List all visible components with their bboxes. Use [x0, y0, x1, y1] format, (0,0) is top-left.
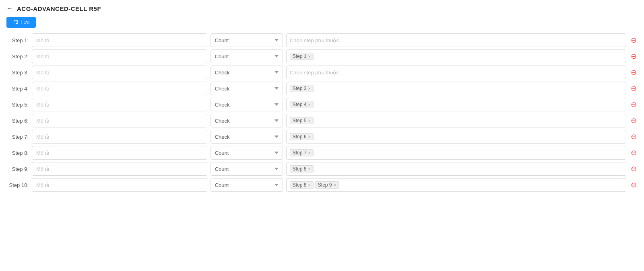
save-button[interactable]: 🖫 Lưu — [6, 17, 36, 28]
remove-dep-icon[interactable]: × — [334, 183, 336, 187]
step-type-select-2[interactable]: CountCheck — [211, 49, 283, 63]
step-row: Step 3:CountCheckChọn step phụ thuộc⊖ — [6, 66, 638, 79]
dep-tag: Step 4 × — [290, 101, 314, 108]
step-desc-input-10[interactable] — [32, 178, 207, 192]
dep-tag: Step 7 × — [290, 149, 314, 156]
remove-step-button-2[interactable]: ⊖ — [630, 52, 638, 60]
remove-dep-icon[interactable]: × — [308, 86, 310, 91]
step-type-select-4[interactable]: CountCheck — [211, 82, 283, 95]
step-dep-field-5[interactable]: Step 4 × — [286, 98, 626, 111]
step-label-8: Step 8: — [6, 150, 29, 156]
step-dep-field-9[interactable]: Step 8 × — [286, 162, 626, 176]
remove-step-button-9[interactable]: ⊖ — [630, 165, 638, 173]
step-label-9: Step 9: — [6, 166, 29, 172]
dep-placeholder: Chọn step phụ thuộc — [290, 37, 339, 43]
step-label-2: Step 2: — [6, 53, 29, 60]
remove-step-button-1[interactable]: ⊖ — [630, 36, 638, 44]
step-dep-field-1[interactable]: Chọn step phụ thuộc — [286, 33, 626, 47]
step-desc-input-3[interactable] — [32, 66, 207, 79]
step-label-6: Step 6: — [6, 118, 29, 124]
remove-dep-icon[interactable]: × — [308, 183, 310, 187]
remove-step-button-7[interactable]: ⊖ — [630, 133, 638, 141]
save-label: Lưu — [21, 19, 29, 25]
remove-dep-icon[interactable]: × — [308, 166, 310, 171]
dep-tag: Step 3 × — [290, 85, 314, 92]
step-row: Step 5:CountCheckStep 4 ×⊖ — [6, 98, 638, 111]
step-dep-field-6[interactable]: Step 5 × — [286, 114, 626, 127]
toolbar: 🖫 Lưu — [0, 14, 644, 32]
dep-tag: Step 6 × — [290, 133, 314, 140]
back-button[interactable]: ← — [6, 5, 13, 12]
remove-dep-icon[interactable]: × — [308, 150, 310, 155]
step-dep-field-7[interactable]: Step 6 × — [286, 130, 626, 144]
dep-tag: Step 9 × — [315, 181, 339, 189]
step-type-select-10[interactable]: CountCheck — [211, 178, 283, 192]
step-desc-input-4[interactable] — [32, 82, 207, 95]
page-header: ← ACG-ADVANCED-CELL R5F — [0, 0, 644, 14]
step-type-select-8[interactable]: CountCheck — [211, 146, 283, 160]
step-type-select-6[interactable]: CountCheck — [211, 114, 283, 127]
remove-step-button-6[interactable]: ⊖ — [630, 117, 638, 125]
step-type-select-5[interactable]: CountCheck — [211, 98, 283, 111]
step-label-10: Step 10: — [6, 182, 29, 188]
step-type-select-1[interactable]: CountCheck — [211, 33, 283, 47]
step-dep-field-2[interactable]: Step 1 × — [286, 49, 626, 63]
dep-tag: Step 8 × — [290, 165, 314, 172]
step-desc-input-8[interactable] — [32, 146, 207, 160]
remove-dep-icon[interactable]: × — [308, 54, 310, 59]
remove-step-button-10[interactable]: ⊖ — [630, 181, 638, 189]
step-row: Step 4:CountCheckStep 3 ×⊖ — [6, 82, 638, 95]
step-dep-field-3[interactable]: Chọn step phụ thuộc — [286, 66, 626, 79]
step-row: Step 6:CountCheckStep 5 ×⊖ — [6, 114, 638, 127]
remove-step-button-3[interactable]: ⊖ — [630, 68, 638, 76]
step-row: Step 8:CountCheckStep 7 ×⊖ — [6, 146, 638, 160]
remove-step-button-4[interactable]: ⊖ — [630, 84, 638, 92]
step-type-select-3[interactable]: CountCheck — [211, 66, 283, 79]
dep-tag: Step 5 × — [290, 117, 314, 124]
step-desc-input-1[interactable] — [32, 33, 207, 47]
step-row: Step 2:CountCheckStep 1 ×⊖ — [6, 49, 638, 63]
dep-placeholder: Chọn step phụ thuộc — [290, 70, 339, 76]
step-desc-input-2[interactable] — [32, 49, 207, 63]
save-icon: 🖫 — [13, 19, 18, 25]
step-label-3: Step 3: — [6, 70, 29, 76]
step-desc-input-5[interactable] — [32, 98, 207, 111]
remove-dep-icon[interactable]: × — [308, 102, 310, 107]
step-label-7: Step 7: — [6, 134, 29, 140]
page-title: ACG-ADVANCED-CELL R5F — [17, 5, 101, 12]
step-row: Step 10:CountCheckStep 8 ×Step 9 ×⊖ — [6, 178, 638, 192]
step-desc-input-6[interactable] — [32, 114, 207, 127]
step-label-5: Step 5: — [6, 102, 29, 108]
step-row: Step 9:CountCheckStep 8 ×⊖ — [6, 162, 638, 176]
steps-container: Step 1:CountCheckChọn step phụ thuộc⊖Ste… — [0, 32, 644, 201]
step-row: Step 1:CountCheckChọn step phụ thuộc⊖ — [6, 33, 638, 47]
step-dep-field-8[interactable]: Step 7 × — [286, 146, 626, 160]
dep-tag: Step 8 × — [290, 181, 314, 189]
remove-step-button-8[interactable]: ⊖ — [630, 149, 638, 157]
step-type-select-7[interactable]: CountCheck — [211, 130, 283, 144]
step-dep-field-4[interactable]: Step 3 × — [286, 82, 626, 95]
step-desc-input-9[interactable] — [32, 162, 207, 176]
step-label-1: Step 1: — [6, 37, 29, 43]
step-label-4: Step 4: — [6, 86, 29, 92]
step-dep-field-10[interactable]: Step 8 ×Step 9 × — [286, 178, 626, 192]
remove-dep-icon[interactable]: × — [308, 134, 310, 139]
remove-step-button-5[interactable]: ⊖ — [630, 101, 638, 109]
step-type-select-9[interactable]: CountCheck — [211, 162, 283, 176]
step-row: Step 7:CountCheckStep 6 ×⊖ — [6, 130, 638, 144]
step-desc-input-7[interactable] — [32, 130, 207, 144]
remove-dep-icon[interactable]: × — [308, 118, 310, 123]
dep-tag: Step 1 × — [290, 53, 314, 60]
